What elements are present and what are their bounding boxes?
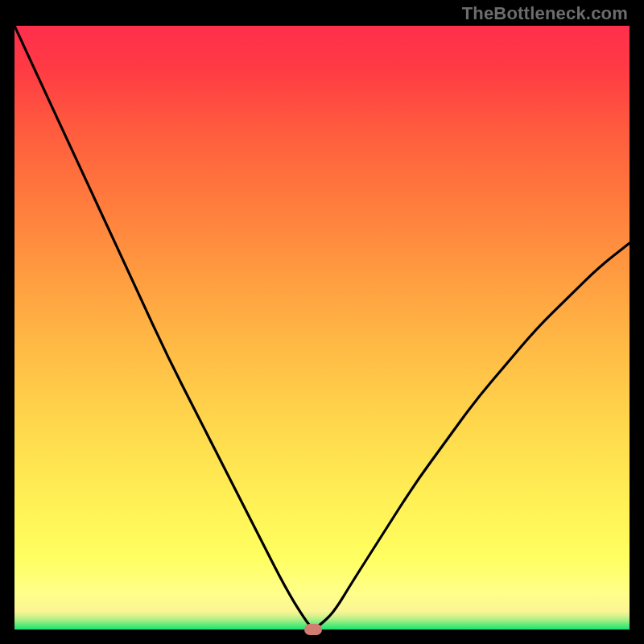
watermark-text: TheBottleneck.com	[462, 3, 628, 24]
minimum-marker	[304, 624, 322, 635]
chart-frame: TheBottleneck.com	[0, 0, 644, 644]
curve-svg	[14, 26, 630, 630]
bottleneck-curve	[14, 26, 630, 628]
